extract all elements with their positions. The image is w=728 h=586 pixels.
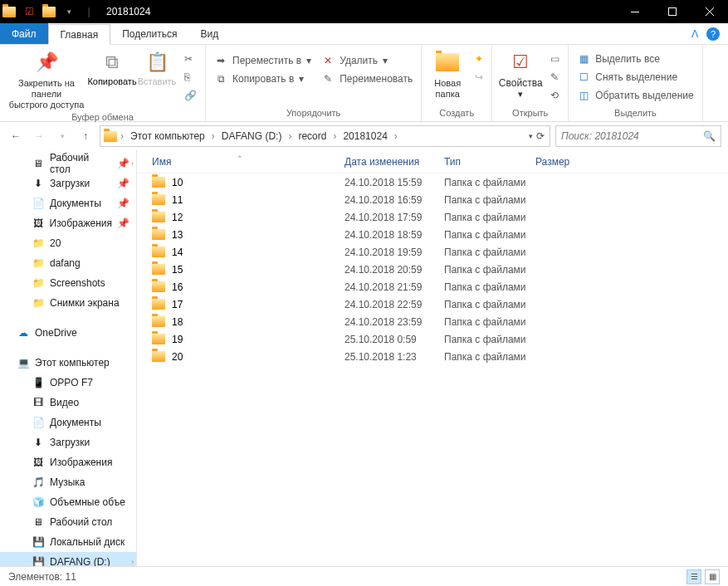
- move-to-button[interactable]: ➡Переместить в ▾: [211, 51, 315, 70]
- paste-shortcut-button[interactable]: 🔗: [181, 86, 200, 105]
- edit-button[interactable]: ✎: [547, 68, 563, 86]
- copy-button[interactable]: ⧉ Копировать: [91, 48, 133, 87]
- sidebar-item-label: DAFANG (D:): [50, 556, 110, 566]
- file-row[interactable]: 1624.10.2018 21:59Папка с файлами: [137, 278, 728, 295]
- column-name[interactable]: Имя⌃: [137, 156, 344, 168]
- folder-icon: [152, 351, 165, 362]
- sidebar-item[interactable]: 🖼Изображения: [0, 452, 136, 472]
- search-input[interactable]: [561, 130, 703, 142]
- sidebar-item[interactable]: 📄Документы📌: [0, 193, 136, 213]
- details-view-button[interactable]: ☰: [686, 569, 701, 584]
- file-row[interactable]: 2025.10.2018 1:23Папка с файлами: [137, 348, 728, 365]
- column-date[interactable]: Дата изменения: [344, 156, 444, 168]
- sidebar-item[interactable]: 🖥Рабочий стол: [0, 512, 136, 532]
- tab-file[interactable]: Файл: [0, 23, 48, 44]
- organize-group-label: Упорядочить: [286, 108, 340, 118]
- qat-dropdown-icon[interactable]: ▾: [61, 4, 76, 19]
- minimize-button[interactable]: [616, 0, 653, 23]
- sidebar-item[interactable]: 📁Снимки экрана: [0, 293, 136, 313]
- column-type[interactable]: Тип: [444, 156, 535, 168]
- history-button[interactable]: ⟲: [547, 86, 563, 105]
- invert-selection-button[interactable]: ◫Обратить выделение: [574, 86, 697, 105]
- breadcrumb[interactable]: 20181024: [338, 126, 392, 146]
- file-row[interactable]: 1024.10.2018 15:59Папка с файлами: [137, 173, 728, 191]
- sidebar-item-label: dafang: [50, 257, 81, 269]
- file-row[interactable]: 1324.10.2018 18:59Папка с файлами: [137, 226, 728, 243]
- forward-button[interactable]: →: [30, 127, 48, 145]
- file-row[interactable]: 1124.10.2018 16:59Папка с файлами: [137, 191, 728, 208]
- tab-view[interactable]: Вид: [188, 23, 230, 44]
- sidebar-item[interactable]: 📄Документы: [0, 413, 136, 432]
- paste-button[interactable]: 📋 Вставить: [136, 48, 178, 87]
- breadcrumb[interactable]: record: [293, 126, 331, 146]
- qat-properties-icon[interactable]: ☑: [22, 4, 37, 19]
- tab-share[interactable]: Поделиться: [110, 23, 188, 44]
- close-button[interactable]: [691, 0, 728, 23]
- chevron-right-icon[interactable]: ›: [210, 130, 217, 142]
- breadcrumb[interactable]: Этот компьютер: [125, 126, 210, 146]
- icons-view-button[interactable]: ▦: [705, 569, 720, 584]
- sidebar-item[interactable]: 📁20: [0, 233, 136, 253]
- sidebar-item[interactable]: 📱OPPO F7: [0, 373, 136, 393]
- file-row[interactable]: 1824.10.2018 23:59Папка с файлами: [137, 313, 728, 330]
- new-folder-button[interactable]: Новая папка: [427, 48, 468, 100]
- file-date: 24.10.2018 15:59: [344, 177, 444, 188]
- sidebar-item[interactable]: 📁dafang: [0, 253, 136, 273]
- up-button[interactable]: ↑: [76, 127, 95, 145]
- new-item-button[interactable]: ✦: [471, 50, 486, 68]
- search-box[interactable]: 🔍: [555, 125, 721, 147]
- chevron-right-icon[interactable]: ›: [393, 130, 399, 142]
- copy-path-button[interactable]: ⎘: [181, 68, 200, 86]
- sidebar-item[interactable]: ⬇Загрузки📌: [0, 173, 136, 193]
- back-button[interactable]: ←: [7, 127, 25, 145]
- open-group-label: Открыть: [512, 108, 548, 118]
- sidebar-item[interactable]: ⬇Загрузки: [0, 432, 136, 452]
- minimize-ribbon-icon[interactable]: ᐱ: [691, 28, 698, 40]
- file-row[interactable]: 1724.10.2018 22:59Папка с файлами: [137, 295, 728, 313]
- sidebar-item-label: Загрузки: [50, 178, 90, 189]
- cut-button[interactable]: ✂: [181, 50, 200, 68]
- maximize-button[interactable]: [653, 0, 691, 23]
- select-none-button[interactable]: ☐Снять выделение: [574, 68, 697, 86]
- breadcrumb[interactable]: DAFANG (D:): [217, 126, 287, 146]
- 3d-icon: 🧊: [32, 496, 45, 509]
- rename-button[interactable]: ✎Переименовать: [318, 70, 416, 88]
- delete-button[interactable]: ✕Удалить ▾: [318, 51, 416, 70]
- easy-access-button[interactable]: ↪: [471, 68, 486, 86]
- qat-folder-icon[interactable]: [42, 4, 56, 19]
- file-row[interactable]: 1524.10.2018 20:59Папка с файлами: [137, 261, 728, 278]
- file-row[interactable]: 1424.10.2018 19:59Папка с файлами: [137, 243, 728, 261]
- sidebar-item[interactable]: 🧊Объемные объе: [0, 492, 136, 512]
- file-row[interactable]: 1224.10.2018 17:59Папка с файлами: [137, 208, 728, 226]
- sidebar-item[interactable]: 💾Локальный диск: [0, 532, 136, 552]
- copy-to-button[interactable]: ⧉Копировать в ▾: [211, 70, 315, 88]
- sidebar-item[interactable]: 🖼Изображения📌: [0, 213, 136, 233]
- select-all-button[interactable]: ▦Выделить все: [574, 50, 697, 68]
- chevron-right-icon[interactable]: ›: [119, 130, 125, 142]
- chevron-right-icon[interactable]: ›: [331, 130, 338, 142]
- column-size[interactable]: Размер: [535, 156, 602, 168]
- sidebar-item[interactable]: 💾DAFANG (D:)›: [0, 552, 136, 566]
- recent-locations-button[interactable]: ▾: [53, 127, 71, 145]
- properties-button[interactable]: ☑ Свойства▾: [497, 48, 544, 100]
- file-list: 1024.10.2018 15:59Папка с файлами1124.10…: [137, 173, 728, 365]
- easy-access-icon: ↪: [475, 71, 483, 83]
- sidebar-item[interactable]: ☁OneDrive: [0, 323, 136, 343]
- address-bar[interactable]: › Этот компьютер › DAFANG (D:) › record …: [100, 125, 550, 147]
- tab-home[interactable]: Главная: [48, 24, 111, 45]
- file-row[interactable]: 1925.10.2018 0:59Папка с файлами: [137, 330, 728, 348]
- chevron-right-icon[interactable]: ›: [286, 130, 293, 142]
- open-button[interactable]: ▭: [547, 50, 563, 68]
- help-icon[interactable]: ?: [706, 27, 720, 41]
- cut-icon: ✂: [184, 53, 193, 65]
- sidebar-item[interactable]: 🎵Музыка: [0, 472, 136, 492]
- sidebar-item[interactable]: 🎞Видео: [0, 393, 136, 413]
- folder-icon: 📁: [32, 276, 45, 290]
- file-date: 24.10.2018 22:59: [344, 299, 444, 310]
- sidebar-item[interactable]: 🖥Рабочий стол📌›: [0, 154, 136, 173]
- sidebar-item[interactable]: 💻Этот компьютер: [0, 353, 136, 373]
- pin-to-quick-access-button[interactable]: 📌 Закрепить на панели быстрого доступа: [5, 48, 88, 110]
- address-dropdown-icon[interactable]: ▾: [529, 132, 533, 140]
- sidebar-item[interactable]: 📁Screenshots: [0, 273, 136, 293]
- refresh-icon[interactable]: ⟳: [536, 130, 545, 142]
